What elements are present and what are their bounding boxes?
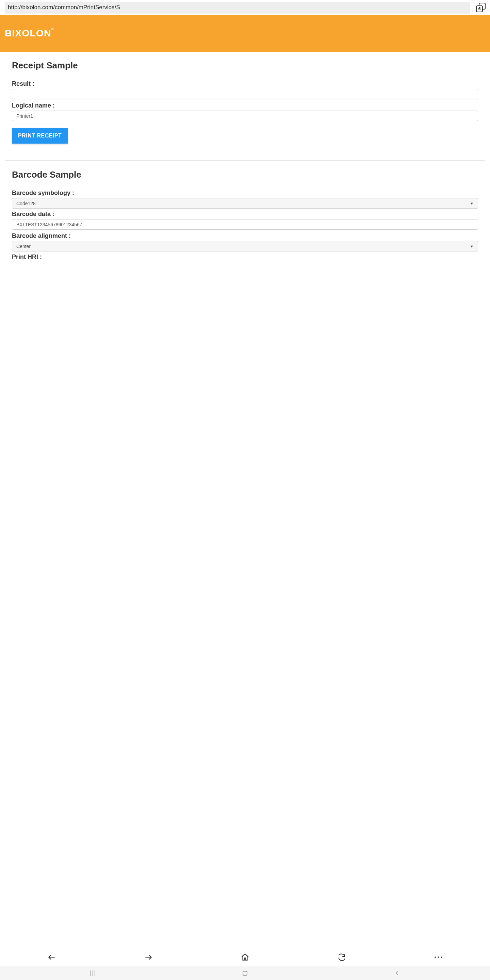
arrow-right-icon (144, 953, 153, 962)
barcode-sample-section: Barcode Sample Barcode symbology : Code1… (0, 161, 490, 266)
system-recents-button[interactable] (86, 970, 100, 976)
print-receipt-button[interactable]: PRINT RECEIPT (12, 128, 68, 143)
result-label: Result : (12, 80, 478, 88)
barcode-symbology-label: Barcode symbology : (12, 189, 478, 197)
tabs-button[interactable]: 6 (477, 3, 485, 11)
browser-reload-button[interactable] (335, 950, 348, 964)
more-horizontal-icon (434, 956, 442, 958)
chevron-left-icon (395, 970, 400, 976)
logo: BIXOLON® (5, 28, 54, 39)
logical-name-label: Logical name : (12, 102, 478, 109)
url-text: http://bixolon.com/common/mPrintService/… (8, 4, 120, 11)
browser-home-button[interactable] (238, 950, 252, 964)
logo-registered-icon: ® (51, 27, 54, 31)
receipt-section-title: Receipt Sample (12, 60, 478, 71)
home-square-icon (243, 971, 247, 975)
barcode-alignment-select[interactable]: Center ▼ (12, 241, 478, 251)
page-header: BIXOLON® (0, 15, 490, 52)
arrow-left-icon (47, 953, 56, 962)
system-back-button[interactable] (390, 970, 404, 976)
browser-address-bar: http://bixolon.com/common/mPrintService/… (0, 0, 490, 15)
browser-forward-button[interactable] (142, 950, 155, 964)
recents-icon (91, 970, 95, 976)
barcode-alignment-value: Center (16, 243, 30, 249)
chevron-down-icon: ▼ (470, 244, 474, 248)
browser-toolbar (0, 948, 490, 966)
barcode-data-label: Barcode data : (12, 211, 478, 218)
page-content: Receipt Sample Result : Logical name : P… (0, 52, 490, 948)
barcode-symbology-select[interactable]: Code128 ▼ (12, 198, 478, 208)
barcode-symbology-value: Code128 (16, 201, 36, 206)
print-hri-label: Print HRI : (12, 253, 478, 261)
receipt-sample-section: Receipt Sample Result : Logical name : P… (0, 52, 490, 147)
reload-icon (337, 953, 346, 962)
barcode-section-title: Barcode Sample (12, 169, 478, 180)
logo-wordmark: BIXOLON (5, 28, 51, 38)
browser-back-button[interactable] (45, 950, 59, 964)
system-home-button[interactable] (238, 971, 252, 975)
url-input[interactable]: http://bixolon.com/common/mPrintService/… (5, 2, 470, 14)
barcode-alignment-label: Barcode alignment : (12, 232, 478, 240)
barcode-data-input[interactable] (12, 219, 478, 230)
system-navigation-bar (0, 966, 490, 980)
result-input[interactable] (12, 89, 478, 99)
logical-name-input[interactable] (12, 111, 478, 121)
home-icon (240, 953, 250, 962)
tabs-count: 6 (476, 5, 483, 12)
browser-menu-button[interactable] (431, 950, 445, 964)
chevron-down-icon: ▼ (470, 202, 474, 205)
